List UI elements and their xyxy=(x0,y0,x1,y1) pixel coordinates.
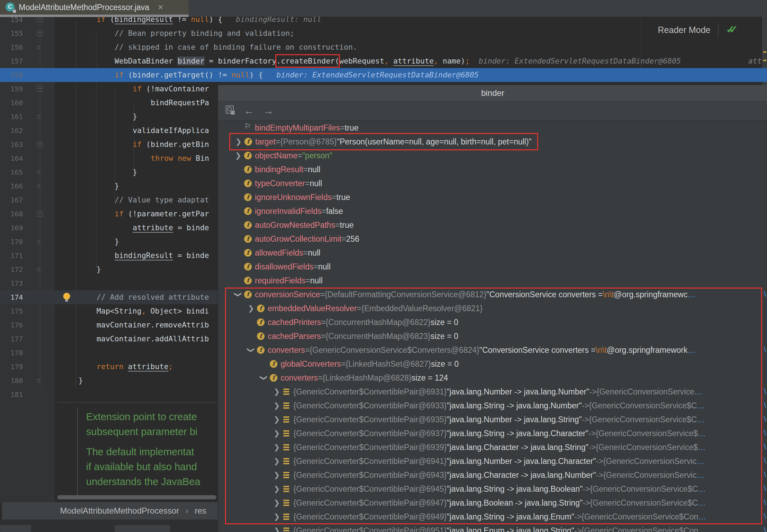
line-number[interactable]: 174 xyxy=(0,290,23,304)
variable-row-autoGrowCollectionLimit[interactable]: fautoGrowCollectionLimit = 256 xyxy=(233,232,359,246)
variable-value-part: = xyxy=(322,207,326,216)
variable-row-pair[interactable]: ❯{GenericConverter$ConvertiblePair@6951}… xyxy=(272,524,706,532)
line-number[interactable]: 181 xyxy=(0,388,23,401)
code-line-165: } xyxy=(133,165,137,179)
code-line-166: } xyxy=(115,179,119,193)
horizontal-scrollbar[interactable] xyxy=(57,495,216,499)
line-number[interactable]: 176 xyxy=(0,318,23,332)
line-number[interactable]: 167 xyxy=(0,193,23,207)
fold-collapse-icon[interactable]: − xyxy=(37,138,44,151)
variable-value-part: = xyxy=(298,151,302,160)
breadcrumb-member[interactable]: res xyxy=(195,506,206,515)
line-number[interactable]: 164 xyxy=(0,151,23,165)
variable-name: disallowedFields xyxy=(255,262,314,272)
fold-collapse-icon[interactable]: − xyxy=(37,207,44,221)
field-icon: f xyxy=(244,152,252,159)
popup-title[interactable]: binder xyxy=(218,85,767,101)
inline-debug-hint: binder: ExtendedServletRequestDataBinder… xyxy=(470,57,681,65)
inspections-ok-icon[interactable]: ✓✓ xyxy=(726,25,740,35)
fold-end-icon[interactable]: ⌂ xyxy=(37,179,44,193)
back-icon[interactable]: ← xyxy=(244,101,254,120)
line-number[interactable]: 163 xyxy=(0,138,23,151)
code-line-167: // Value type adaptat xyxy=(115,193,209,207)
line-number[interactable]: 177 xyxy=(0,332,23,346)
chevron-right-icon[interactable]: ❯ xyxy=(233,151,243,160)
forward-icon[interactable]: → xyxy=(263,101,274,120)
variable-row-typeConverter[interactable]: ftypeConverter = null xyxy=(233,176,322,190)
variable-row-ignoreUnknownFields[interactable]: fignoreUnknownFields = true xyxy=(233,190,350,204)
inline-debug-hint: binder: ExtendedServletRequestDataBinder… xyxy=(267,70,478,79)
chevron-right-icon[interactable]: ❯ xyxy=(234,138,243,146)
tab-close-icon[interactable]: ✕ xyxy=(158,3,164,11)
variable-value-part: -> xyxy=(574,526,582,532)
fold-end-icon[interactable]: ⌂ xyxy=(37,374,44,388)
variable-row-requiredFields[interactable]: frequiredFields = null xyxy=(233,274,323,288)
intention-bulb-icon[interactable] xyxy=(62,290,71,304)
tab-modelattributemethodprocessor[interactable]: C ModelAttributeMethodProcessor.java ✕ xyxy=(0,0,189,15)
variable-row-disallowedFields[interactable]: fdisallowedFields = null xyxy=(233,260,331,274)
variable-row-autoGrowNestedPaths[interactable]: fautoGrowNestedPaths = true xyxy=(233,218,353,232)
tab-title[interactable]: ModelAttributeMethodProcessor.java xyxy=(19,3,149,12)
variable-name: ignoreInvalidFields xyxy=(255,207,322,216)
fold-collapse-icon[interactable]: − xyxy=(37,26,44,40)
line-number[interactable]: 160 xyxy=(0,96,23,110)
line-number[interactable]: 169 xyxy=(0,221,23,235)
line-number[interactable]: 157 xyxy=(0,54,23,68)
fold-end-icon[interactable]: ⌂ xyxy=(37,263,44,276)
line-number[interactable]: 162 xyxy=(0,124,23,138)
variable-value-part: null xyxy=(310,179,322,188)
editor-tab-bar: C ModelAttributeMethodProcessor.java ✕ xyxy=(0,0,767,17)
variable-value-part: null xyxy=(308,248,320,258)
variable-row-ignoreInvalidFields[interactable]: fignoreInvalidFields = false xyxy=(233,204,343,218)
line-number[interactable]: 165 xyxy=(0,165,23,179)
line-number[interactable]: 156 xyxy=(0,40,23,54)
code-line-161: } xyxy=(133,110,137,124)
fold-end-icon[interactable]: ⌂ xyxy=(37,110,44,124)
code-line-164: throw new Bin xyxy=(151,151,209,165)
line-number[interactable]: 161 xyxy=(0,110,23,124)
fold-end-icon[interactable]: ⌂ xyxy=(37,165,44,179)
line-number[interactable]: 180 xyxy=(0,374,23,388)
line-number[interactable]: 178 xyxy=(0,346,23,360)
line-number[interactable]: 171 xyxy=(0,249,23,263)
line-number[interactable]: 158 xyxy=(0,68,23,82)
fold-end-icon[interactable]: ⌂ xyxy=(37,235,44,249)
fold-collapse-icon[interactable]: − xyxy=(37,82,44,96)
variable-row-bindEmptyMultipartFiles[interactable]: ⚐bindEmptyMultipartFiles = true xyxy=(233,121,359,135)
line-number[interactable]: 170 xyxy=(0,235,23,249)
variable-row-allowedFields[interactable]: fallowedFields = null xyxy=(233,246,320,260)
line-number[interactable]: 166 xyxy=(0,179,23,193)
breadcrumb-class[interactable]: ModelAttributeMethodProcessor xyxy=(60,506,179,515)
line-number[interactable]: 173 xyxy=(0,276,23,290)
line-number[interactable]: 172 xyxy=(0,263,23,276)
variable-name: bindEmptyMultipartFiles xyxy=(255,123,340,133)
variable-value-part: = xyxy=(341,234,346,244)
wrapped-line-indicator: \ xyxy=(764,498,766,507)
code-line-171: bindingResult = binde xyxy=(115,249,209,263)
variable-name: ignoreUnknownFields xyxy=(255,193,332,202)
line-number[interactable]: 175 xyxy=(0,304,23,318)
stripe-mark[interactable] xyxy=(763,60,766,61)
chevron-right-icon[interactable]: ❯ xyxy=(272,526,282,532)
annotation-createbinder-box: .createBinder( xyxy=(276,57,339,65)
line-number[interactable]: 168 xyxy=(0,207,23,221)
reader-mode-label[interactable]: Reader Mode xyxy=(658,25,710,35)
wrapped-line-indicator: \ xyxy=(764,442,766,451)
code-line-162: validateIfApplica xyxy=(133,124,209,138)
line-number[interactable]: 179 xyxy=(0,360,23,374)
variable-row-target[interactable]: ❯ftarget = {Person@6785} "Person(userNam… xyxy=(233,135,538,149)
line-number[interactable]: 159 xyxy=(0,82,23,96)
wrapped-line-indicator: \ xyxy=(764,415,766,424)
javadoc-text: The default implementat xyxy=(86,444,194,459)
variable-name: bindingResult xyxy=(255,165,303,174)
referring-objects-icon[interactable] xyxy=(226,106,235,115)
variable-row-objectName[interactable]: ❯fobjectName = "person" xyxy=(233,149,332,163)
field-icon: f xyxy=(244,138,252,146)
divider xyxy=(718,23,718,37)
variable-row-bindingResult[interactable]: fbindingResult = null xyxy=(233,163,320,176)
stripe-mark[interactable] xyxy=(763,51,766,53)
line-number[interactable]: 155 xyxy=(0,26,23,40)
reader-mode-toggle[interactable]: Reader Mode ✓✓ xyxy=(658,22,740,38)
variable-name: objectName xyxy=(255,151,298,160)
fold-end-icon[interactable]: ⌂ xyxy=(37,40,44,54)
